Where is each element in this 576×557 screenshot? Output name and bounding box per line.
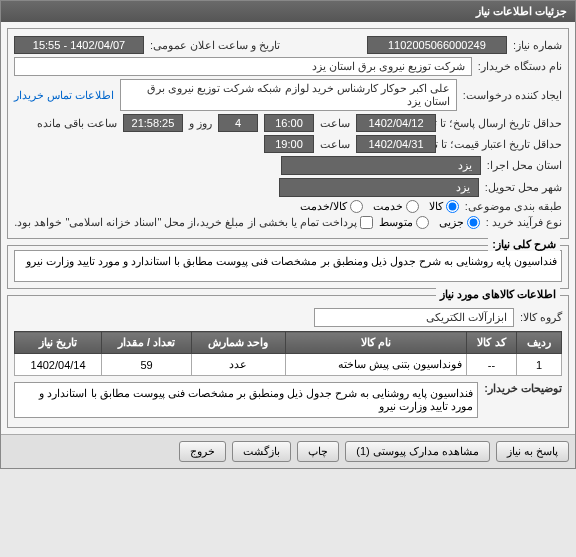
creator-name: علی اکبر حوکار کارشناس خرید لوازم شبکه ش… [120, 79, 457, 111]
goods-legend: اطلاعات کالاهای مورد نیاز [436, 288, 560, 301]
need-no-label: شماره نیاز: [513, 39, 562, 52]
creator-label: ایجاد کننده درخواست: [463, 89, 562, 102]
public-date-label: تاریخ و ساعت اعلان عمومی: [150, 39, 280, 52]
cell-qty: 59 [102, 354, 192, 376]
group-label: گروه کالا: [520, 311, 562, 324]
time-label-2: ساعت [320, 138, 350, 151]
category-label: طبقه بندی موضوعی: [465, 200, 562, 213]
col-name: نام کالا [285, 332, 466, 354]
desc-legend: شرح کلی نیاز: [488, 238, 560, 251]
delivery-city-label: شهر محل تحویل: [485, 181, 562, 194]
validity-label: حداقل تاریخ اعتبار قیمت؛ تا تاریخ: [442, 138, 562, 151]
col-code: کد کالا [466, 332, 516, 354]
org-name: شرکت توزیع نیروی برق استان یزد [14, 57, 472, 76]
col-unit: واحد شمارش [192, 332, 286, 354]
col-row: ردیف [517, 332, 562, 354]
goods-table: ردیف کد کالا نام کالا واحد شمارش تعداد /… [14, 331, 562, 376]
remaining-time: 21:58:25 [123, 114, 183, 132]
payment-checkbox[interactable]: پرداخت تمام یا بخشی از مبلغ خرید،از محل … [14, 216, 373, 229]
back-button[interactable]: بازگشت [232, 441, 291, 462]
category-radio-group: کالا خدمت کالا/خدمت [300, 200, 459, 213]
org-label: نام دستگاه خریدار: [478, 60, 562, 73]
general-info-fieldset: شماره نیاز: 1102005066000249 تاریخ و ساع… [7, 28, 569, 239]
delivery-city: یزد [279, 178, 479, 197]
validity-date: 1402/04/31 [356, 135, 436, 153]
need-no: 1102005066000249 [367, 36, 507, 54]
cell-row: 1 [517, 354, 562, 376]
cell-code: -- [466, 354, 516, 376]
col-qty: تعداد / مقدار [102, 332, 192, 354]
process-radio-group: جزیی متوسط [379, 216, 480, 229]
validity-time: 19:00 [264, 135, 314, 153]
remaining-label: ساعت باقی مانده [37, 117, 117, 130]
print-button[interactable]: چاپ [297, 441, 339, 462]
cat-service-radio[interactable]: خدمت [373, 200, 419, 213]
cell-name: فونداسیون بتنی پیش ساخته [285, 354, 466, 376]
cat-goods-radio[interactable]: کالا [429, 200, 459, 213]
exit-button[interactable]: خروج [179, 441, 226, 462]
cell-date: 1402/04/14 [15, 354, 102, 376]
main-panel: جزئیات اطلاعات نیاز شماره نیاز: 11020050… [0, 0, 576, 469]
roz-label: روز و [189, 117, 212, 130]
cat-goods-service-radio[interactable]: کالا/خدمت [300, 200, 363, 213]
buyer-note: فنداسیون پایه روشنایی به شرح جدول ذیل وم… [14, 382, 478, 418]
description-fieldset: شرح کلی نیاز: فنداسیون پایه روشنایی به ش… [7, 245, 569, 289]
col-date: تاریخ نیاز [15, 332, 102, 354]
proc-small-radio[interactable]: جزیی [439, 216, 480, 229]
attachments-button[interactable]: مشاهده مدارک پیوستی (1) [345, 441, 490, 462]
exec-city-label: استان محل اجرا: [487, 159, 562, 172]
cell-unit: عدد [192, 354, 286, 376]
public-date: 1402/04/07 - 15:55 [14, 36, 144, 54]
process-label: نوع فرآیند خرید : [486, 216, 562, 229]
time-label-1: ساعت [320, 117, 350, 130]
contact-link[interactable]: اطلاعات تماس خریدار [14, 89, 114, 102]
group-value: ابزارآلات الکتریکی [314, 308, 514, 327]
deadline-date: 1402/04/12 [356, 114, 436, 132]
table-row[interactable]: 1 -- فونداسیون بتنی پیش ساخته عدد 59 140… [15, 354, 562, 376]
buyer-note-label: توضیحات خریدار: [484, 382, 562, 395]
deadline-label: حداقل تاریخ ارسال پاسخ؛ تا تاریخ: [442, 117, 562, 130]
respond-button[interactable]: پاسخ به نیاز [496, 441, 569, 462]
table-header-row: ردیف کد کالا نام کالا واحد شمارش تعداد /… [15, 332, 562, 354]
deadline-days: 4 [218, 114, 258, 132]
button-bar: پاسخ به نیاز مشاهده مدارک پیوستی (1) چاپ… [1, 434, 575, 468]
panel-title: جزئیات اطلاعات نیاز [1, 1, 575, 22]
exec-city: یزد [281, 156, 481, 175]
proc-medium-radio[interactable]: متوسط [379, 216, 429, 229]
desc-text: فنداسیون پایه روشنایی به شرح جدول ذیل وم… [14, 250, 562, 282]
deadline-time: 16:00 [264, 114, 314, 132]
goods-fieldset: اطلاعات کالاهای مورد نیاز گروه کالا: ابز… [7, 295, 569, 428]
